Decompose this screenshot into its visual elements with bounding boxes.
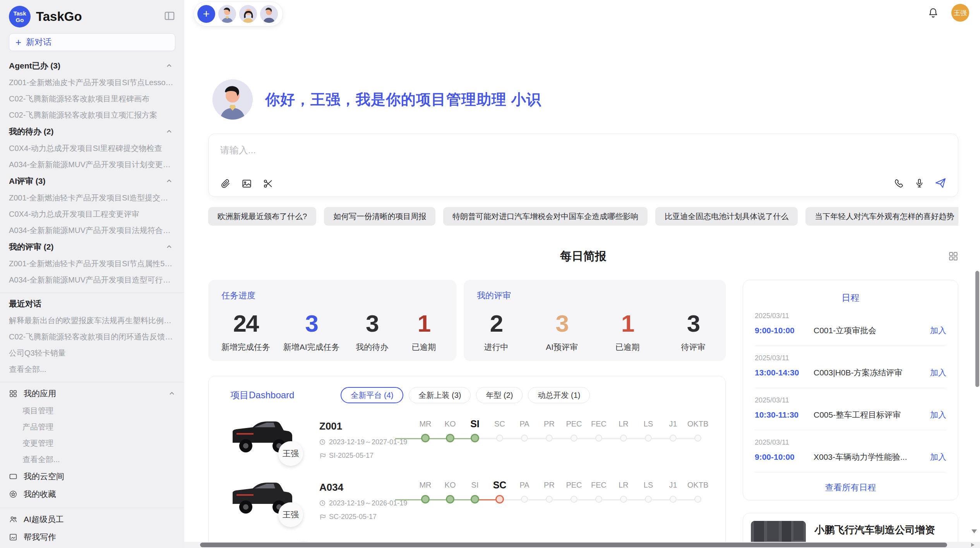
flag-icon	[319, 453, 326, 459]
my-cloud-space-label: 我的云空间	[24, 471, 64, 482]
suggestion-chip[interactable]: 当下年轻人对汽车外观有怎样的喜好趋势	[805, 207, 958, 226]
milestone-dot	[421, 434, 430, 442]
scroll-down-arrow-icon[interactable]	[971, 529, 977, 533]
recent-view-all[interactable]: 查看全部...	[0, 361, 184, 377]
sidebar-item[interactable]: A034-全新新能源MUV产品开发项目法规符合性评审	[0, 222, 184, 238]
dashboard-header: 项目Dashboard 全新平台 (4) 全新上装 (3) 年型 (2) 动总开…	[230, 387, 725, 403]
stat-in-progress: 2 进行中	[477, 310, 516, 353]
filter-new-platform[interactable]: 全新平台 (4)	[341, 387, 403, 403]
milestone-pec: PEC	[562, 417, 586, 447]
filter-new-body[interactable]: 全新上装 (3)	[409, 387, 471, 403]
filter-year-model[interactable]: 年型 (2)	[476, 387, 523, 403]
send-icon[interactable]	[935, 177, 946, 189]
my-cloud-space[interactable]: 我的云空间	[0, 468, 184, 485]
join-meeting-link[interactable]: 加入	[930, 367, 946, 378]
flag-milestone: SI-2025-05-17	[329, 452, 373, 460]
new-chat-label: 新对话	[26, 36, 51, 48]
collapse-sidebar-icon[interactable]	[164, 10, 175, 22]
chat-input[interactable]	[209, 134, 958, 167]
image-upload-icon[interactable]	[242, 178, 252, 189]
milestone-dot	[645, 496, 652, 503]
sidebar-item[interactable]: Z001-全新燃油皮卡产品开发项目SI节点Lesson Learn报告	[0, 74, 184, 91]
vertical-scrollbar-thumb[interactable]	[975, 271, 979, 387]
sidebar-item[interactable]: C0X4-动力总成开发项目SI里程碑提交物检查	[0, 140, 184, 156]
recent-chat-item[interactable]: C02-飞腾新能源轻客改款项目的闭环通告反馈情况	[0, 329, 184, 345]
horizontal-scrollbar-thumb[interactable]	[200, 543, 947, 547]
section-agent-done[interactable]: Agent已办 (3)	[0, 57, 184, 74]
sidebar-item[interactable]: Z001-全新燃油轻卡产品开发项目SI造型提交物评审	[0, 190, 184, 206]
layout-grid-icon[interactable]	[948, 251, 958, 261]
my-favorites[interactable]: 我的收藏	[0, 485, 184, 503]
left-column: 任务进度 24 新增完成任务 3 新增AI完成任务 3	[208, 280, 726, 548]
join-meeting-link[interactable]: 加入	[930, 452, 946, 462]
milestone-mr: MR	[413, 417, 438, 447]
user-avatar[interactable]: 王强	[951, 4, 969, 22]
join-meeting-link[interactable]: 加入	[930, 409, 946, 420]
stat-label: 新增AI完成任务	[283, 342, 340, 353]
schedule-entry: 2025/03/11 9:00-10:00 X003-车辆动力学性能验... 加…	[755, 430, 946, 473]
section-ai-review[interactable]: AI评审 (3)	[0, 173, 184, 190]
session-avatar-2[interactable]	[239, 5, 257, 23]
section-my-todo[interactable]: 我的待办 (2)	[0, 123, 184, 140]
sidebar-item[interactable]: C0X4-动力总成开发项目工程变更评审	[0, 206, 184, 222]
recent-chat-item[interactable]: 公司Q3轻卡销量	[0, 345, 184, 361]
apps-view-all[interactable]: 查看全部...	[0, 451, 184, 468]
milestone-dot	[595, 435, 602, 442]
join-meeting-link[interactable]: 加入	[930, 325, 946, 336]
my-review-card: 我的评审 2 进行中 3 AI预评审 1	[464, 280, 726, 361]
session-avatar-1[interactable]	[218, 5, 236, 23]
app-item-project-mgmt[interactable]: 项目管理	[0, 402, 184, 419]
project-flag: SC-2025-05-17	[319, 513, 413, 521]
suggestion-chip[interactable]: 特朗普可能对进口汽车增税会对中国车企造成哪些影响	[443, 207, 648, 226]
schedule-time[interactable]: 10:30-11:30	[755, 410, 814, 420]
suggestion-chip[interactable]: 如何写一份清晰的项目周报	[324, 207, 435, 226]
schedule-time[interactable]: 9:00-10:00	[755, 326, 814, 335]
my-apps-header[interactable]: 我的应用	[0, 385, 184, 402]
scissors-icon[interactable]	[263, 178, 273, 189]
milestone-pr: PR	[537, 417, 562, 447]
app-title: TaskGo	[36, 9, 82, 24]
help-me-write[interactable]: 帮我写作	[0, 528, 184, 546]
sidebar-item[interactable]: Z001-全新燃油轻卡产品开发项目SI节点属性5D文件评审	[0, 255, 184, 272]
view-all-schedule-link[interactable]: 查看所有日程	[755, 482, 946, 493]
voice-call-icon[interactable]	[894, 178, 904, 188]
people-icon	[9, 515, 17, 524]
milestone-dot	[546, 496, 553, 503]
session-avatar-3[interactable]	[260, 5, 278, 23]
microphone-icon[interactable]	[914, 178, 925, 188]
project-row-z001[interactable]: 王强 Z001 2023-12-19～2027-01-19	[230, 412, 725, 473]
schedule-time[interactable]: 9:00-10:00	[755, 452, 814, 462]
suggestion-chip[interactable]: 比亚迪全固态电池计划具体说了什么	[655, 207, 798, 226]
add-session-button[interactable]: +	[197, 5, 215, 23]
milestone-oktb: OKTB	[685, 478, 710, 509]
sidebar-item[interactable]: A034-全新新能源MUV产品开发项目造型可行性评审	[0, 272, 184, 288]
stats-row: 任务进度 24 新增完成任务 3 新增AI完成任务 3	[208, 280, 726, 361]
schedule-time[interactable]: 13:00-14:30	[755, 368, 814, 377]
app-item-change-mgmt[interactable]: 变更管理	[0, 435, 184, 451]
chevron-up-icon	[166, 178, 173, 185]
sidebar-item[interactable]: A034-全新新能源MUV产品开发项目计划变更表编写	[0, 156, 184, 173]
app-item-product-mgmt[interactable]: 产品管理	[0, 419, 184, 435]
section-my-review[interactable]: 我的评审 (2)	[0, 238, 184, 255]
recent-chat-item[interactable]: 解释最新出台的欧盟报废车法规再生塑料比例被调至15%...	[0, 312, 184, 329]
milestone-dot	[645, 435, 652, 442]
project-thumbnail: 王强	[230, 412, 295, 459]
sidebar-item[interactable]: C02-飞腾新能源轻客改款项目里程碑画布	[0, 91, 184, 107]
input-right-tools	[894, 177, 946, 189]
attachment-paperclip-icon[interactable]	[220, 178, 231, 189]
notifications-bell-icon[interactable]	[927, 7, 939, 19]
chat-input-card	[208, 134, 958, 197]
creative-drawing[interactable]: 创意制图	[0, 546, 184, 548]
divider	[0, 382, 184, 382]
sidebar-item[interactable]: C02-飞腾新能源轻客改款项目立项汇报方案	[0, 107, 184, 123]
sidebar: Task Go TaskGo + 新对话 Agent已办 (3) Z001-全新…	[0, 0, 184, 548]
ai-super-staff[interactable]: AI超级员工	[0, 510, 184, 528]
filter-powertrain[interactable]: 动总开发 (1)	[528, 387, 590, 403]
write-image-icon	[9, 533, 17, 541]
section-title: Agent已办 (3)	[9, 61, 60, 70]
milestone-si: SI	[463, 478, 487, 509]
scroll-right-arrow-icon[interactable]	[971, 543, 975, 547]
suggestion-chip[interactable]: 欧洲新规最近颁布了什么?	[208, 207, 316, 226]
project-row-a034[interactable]: 王强 A034 2023-12-19～2026-01-19	[230, 473, 725, 534]
new-chat-button[interactable]: + 新对话	[9, 33, 175, 51]
